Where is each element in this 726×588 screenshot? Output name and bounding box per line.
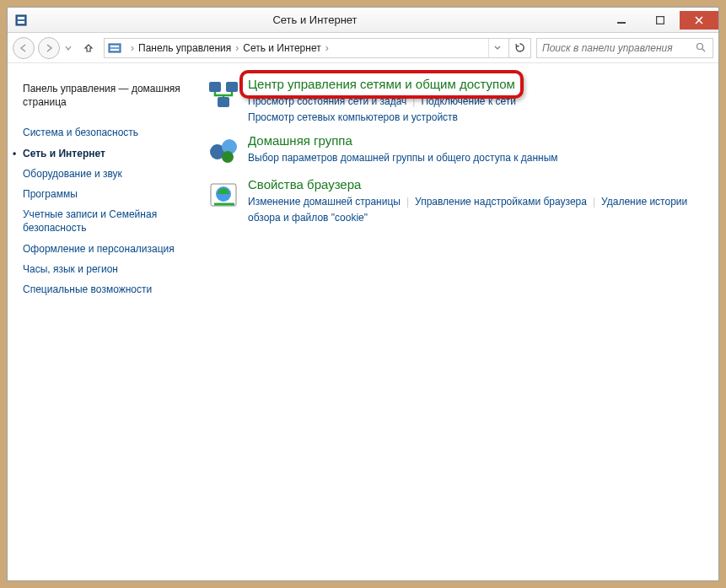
sub-links: Изменение домашней страницы|Управление н… [248,194,702,225]
refresh-button[interactable] [509,38,531,58]
category-icon [206,177,241,213]
separator: | [406,196,409,208]
category: Домашняя группаВыбор параметров домашней… [206,133,702,169]
breadcrumb-root[interactable]: Панель управления [138,42,231,54]
navigation-bar: › Панель управления › Сеть и Интернет › [8,33,718,63]
sidebar-item[interactable]: Сеть и Интернет [23,143,182,164]
sidebar-item[interactable]: Оформление и персонализация [23,239,182,259]
up-button[interactable] [78,38,99,58]
separator: | [412,95,415,107]
sidebar-item[interactable]: Программы [23,184,182,204]
breadcrumb-sep-icon: › [131,42,134,54]
category-title[interactable]: Свойства браузера [248,177,361,192]
control-panel-window: Сеть и Интернет › Панель управления › Се… [7,7,719,581]
category-title[interactable]: Центр управления сетями и общим доступом [248,77,515,91]
search-box[interactable] [536,38,713,58]
sub-link[interactable]: Изменение домашней страницы [248,196,401,208]
category-title[interactable]: Домашняя группа [248,133,352,148]
minimize-button[interactable] [602,11,641,30]
sidebar-item[interactable]: Система и безопасность [23,122,182,143]
sub-link[interactable]: Управление надстройками браузера [415,196,587,208]
svg-rect-9 [209,82,221,92]
svg-rect-0 [16,15,26,25]
sidebar-item[interactable]: Оборудование и звук [23,164,182,184]
sub-link[interactable]: Выбор параметров домашней группы и общег… [248,152,558,164]
category-icon [206,77,241,112]
sidebar-home-link[interactable]: Панель управления — домашняя страница [23,82,182,109]
maximize-button[interactable] [641,11,680,30]
sub-link[interactable]: Просмотр сетевых компьютеров и устройств [248,111,458,123]
separator: | [593,196,595,208]
svg-rect-2 [18,21,24,24]
titlebar: Сеть и Интернет [8,8,718,33]
category: Свойства браузераИзменение домашней стра… [206,177,702,225]
svg-point-14 [222,151,234,163]
control-panel-icon [108,41,121,55]
category: Центр управления сетями и общим доступом… [206,77,702,125]
svg-rect-1 [18,17,24,19]
category-icon [206,133,241,169]
svg-rect-5 [109,44,121,52]
sub-link[interactable]: Просмотр состояния сети и задач [248,95,406,107]
svg-point-8 [697,44,703,50]
svg-rect-11 [218,97,229,107]
close-button[interactable] [680,11,718,30]
address-dropdown[interactable] [488,39,505,57]
sub-link[interactable]: Подключение к сети [421,95,515,107]
window-title: Сеть и Интернет [28,13,602,26]
body: Панель управления — домашняя страница Си… [8,63,718,580]
sidebar-item[interactable]: Специальные возможности [23,279,182,299]
window-icon [14,13,28,27]
breadcrumb-sep-icon: › [325,42,329,54]
history-dropdown[interactable] [63,37,73,59]
search-input[interactable] [542,42,695,54]
sidebar-item[interactable]: Часы, язык и регион [23,259,182,279]
sub-links: Просмотр состояния сети и задач|Подключе… [248,94,702,125]
sidebar: Панель управления — домашняя страница Си… [8,63,189,580]
back-button[interactable] [13,37,35,59]
sidebar-item[interactable]: Учетные записи и Семейная безопасность [23,204,182,238]
svg-rect-10 [226,82,238,92]
breadcrumb-sep-icon: › [235,42,239,54]
search-icon [695,42,707,53]
svg-rect-3 [617,22,626,24]
svg-rect-6 [110,46,119,47]
breadcrumb-current[interactable]: Сеть и Интернет [243,42,320,54]
address-bar[interactable]: › Панель управления › Сеть и Интернет › [104,38,509,58]
svg-rect-7 [110,49,119,51]
svg-rect-4 [657,16,664,24]
forward-button[interactable] [38,37,60,59]
sub-links: Выбор параметров домашней группы и общег… [248,150,702,166]
content-area: Центр управления сетями и общим доступом… [189,63,718,580]
